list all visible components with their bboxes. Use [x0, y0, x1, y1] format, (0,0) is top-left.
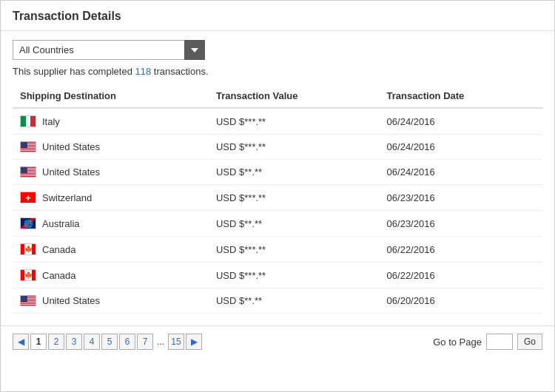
flag-us-icon	[20, 166, 36, 178]
country-name: Australia	[42, 218, 80, 229]
table-row: United States USD $**.**06/20/2016	[13, 288, 542, 314]
date-cell: 06/24/2016	[380, 160, 542, 185]
flag-ca-icon	[20, 269, 36, 281]
value-cell: USD $***.**	[209, 263, 380, 288]
country-name: United States	[42, 166, 100, 178]
flag-us-icon	[20, 141, 36, 152]
destination-cell: Italy	[13, 108, 209, 135]
table-header-row: Shipping Destination Transaction Value T…	[13, 84, 542, 108]
country-name: Canada	[42, 244, 76, 255]
pagination-bar: ◀ 1 2 3 4 5 6 7 ... 15 ▶ Go to Page Go	[1, 325, 554, 357]
date-cell: 06/24/2016	[380, 135, 542, 160]
pagination-page-1[interactable]: 1	[30, 334, 47, 350]
table-row: Canada USD $***.**06/22/2016	[13, 237, 542, 263]
pagination-controls: ◀ 1 2 3 4 5 6 7 ... 15 ▶	[13, 334, 202, 350]
date-cell: 06/20/2016	[380, 288, 542, 314]
destination-cell: Australia	[13, 211, 209, 237]
destination-cell: Canada	[13, 263, 209, 288]
date-cell: 06/23/2016	[380, 185, 542, 211]
country-name: Switzerland	[42, 192, 92, 203]
value-cell: USD $***.**	[209, 108, 380, 135]
value-cell: USD $***.**	[209, 237, 380, 263]
flag-us-icon	[20, 295, 36, 306]
flag-ca-icon	[20, 243, 36, 255]
summary-suffix: transactions.	[151, 66, 208, 77]
table-row: Canada USD $***.**06/22/2016	[13, 263, 542, 288]
filter-row: All CountriesUnited StatesItalySwitzerla…	[13, 40, 542, 60]
col-header-value: Transaction Value	[209, 84, 380, 108]
table-row: United States USD $***.**06/24/2016	[13, 135, 542, 160]
pagination-page-3[interactable]: 3	[66, 334, 82, 350]
date-cell: 06/22/2016	[380, 237, 542, 263]
goto-input[interactable]	[486, 334, 513, 350]
pagination-last-page[interactable]: 15	[168, 334, 184, 350]
value-cell: USD $***.**	[209, 185, 380, 211]
flag-au-icon	[20, 217, 36, 229]
table-row: Italy USD $***.**06/24/2016	[13, 108, 542, 135]
transaction-count-link[interactable]: 118	[135, 66, 151, 77]
transaction-count: This supplier has completed 118 transact…	[13, 66, 542, 77]
value-cell: USD $**.**	[209, 211, 380, 237]
date-cell: 06/23/2016	[380, 211, 542, 237]
pagination-next[interactable]: ▶	[186, 334, 202, 350]
value-cell: USD $**.**	[209, 160, 380, 185]
date-cell: 06/24/2016	[380, 108, 542, 135]
transactions-table-container: Shipping Destination Transaction Value T…	[13, 84, 542, 314]
country-name: Italy	[42, 116, 60, 127]
country-name: United States	[42, 295, 100, 306]
value-cell: USD $***.**	[209, 135, 380, 160]
pagination-dots: ...	[155, 337, 166, 347]
pagination-page-2[interactable]: 2	[48, 334, 64, 350]
pagination-page-5[interactable]: 5	[101, 334, 118, 350]
flag-ch-icon	[20, 192, 36, 203]
destination-cell: United States	[13, 288, 209, 314]
pagination-page-4[interactable]: 4	[84, 334, 100, 350]
col-header-destination: Shipping Destination	[13, 84, 209, 108]
country-filter-wrapper: All CountriesUnited StatesItalySwitzerla…	[13, 40, 205, 60]
col-header-date: Transaction Date	[380, 84, 542, 108]
destination-cell: United States	[13, 160, 209, 185]
table-row: Australia USD $**.**06/23/2016	[13, 211, 542, 237]
country-name: Canada	[42, 270, 76, 281]
date-cell: 06/22/2016	[380, 263, 542, 288]
summary-prefix: This supplier has completed	[13, 66, 135, 77]
table-row: Switzerland USD $***.**06/23/2016	[13, 185, 542, 211]
pagination-page-6[interactable]: 6	[119, 334, 135, 350]
destination-cell: United States	[13, 135, 209, 160]
goto-button[interactable]: Go	[517, 334, 542, 350]
value-cell: USD $**.**	[209, 288, 380, 314]
pagination-prev[interactable]: ◀	[13, 334, 29, 350]
destination-cell: Switzerland	[13, 185, 209, 211]
transactions-table: Shipping Destination Transaction Value T…	[13, 84, 542, 314]
flag-it-icon	[20, 115, 36, 127]
country-name: United States	[42, 141, 100, 152]
country-filter-select[interactable]: All CountriesUnited StatesItalySwitzerla…	[13, 40, 205, 60]
destination-cell: Canada	[13, 237, 209, 263]
pagination-page-7[interactable]: 7	[137, 334, 153, 350]
pagination-goto: Go to Page Go	[433, 334, 542, 350]
table-row: United States USD $**.**06/24/2016	[13, 160, 542, 185]
goto-label: Go to Page	[433, 337, 482, 348]
page-title: Transaction Details	[13, 10, 121, 22]
